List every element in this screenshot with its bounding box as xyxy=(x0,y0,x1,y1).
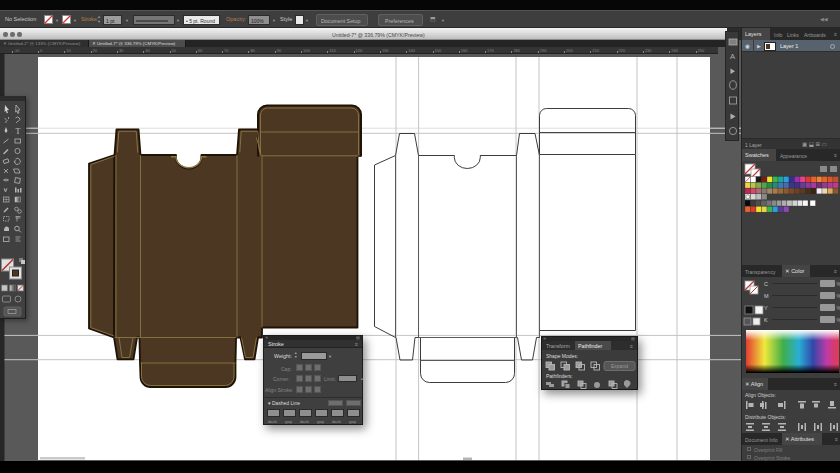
svg-text:K: K xyxy=(764,317,768,323)
svg-text:%: % xyxy=(837,293,840,299)
svg-text:A: A xyxy=(730,52,735,61)
svg-text:Y: Y xyxy=(764,305,768,311)
svg-text:M: M xyxy=(764,293,769,299)
svg-text:%: % xyxy=(837,281,840,287)
svg-text:C: C xyxy=(764,281,768,287)
svg-text:%: % xyxy=(837,305,840,311)
svg-text:Expand: Expand xyxy=(611,363,628,369)
svg-text:T: T xyxy=(16,127,21,136)
svg-text:%: % xyxy=(837,317,840,323)
